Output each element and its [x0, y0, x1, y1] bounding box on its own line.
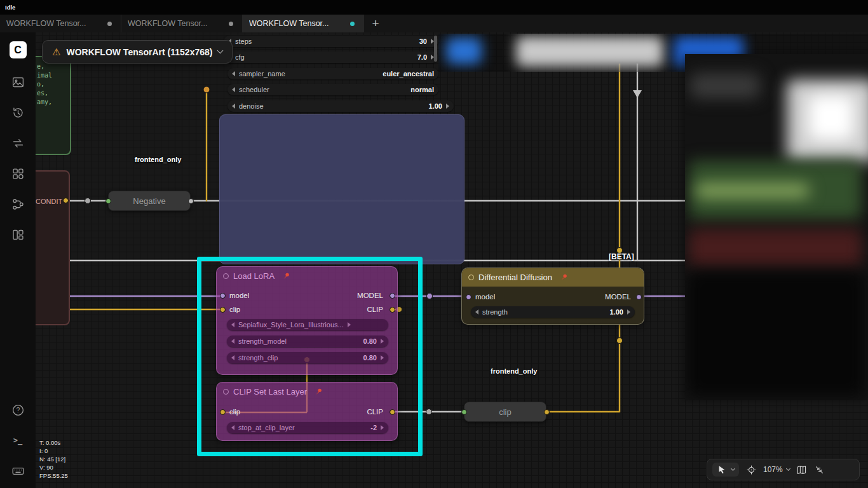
widget-value: 30 [419, 37, 427, 45]
tab-workflow-3-active[interactable]: WORKFLOW Tensor... [243, 15, 364, 32]
ksampler-node-body[interactable] [219, 114, 465, 264]
selection-highlight-box [197, 257, 423, 456]
layout-icon[interactable] [11, 227, 25, 241]
unsaved-dot-icon[interactable] [350, 22, 355, 26]
output-label-conditioning: CONDITIONING [36, 198, 62, 205]
decrement-icon[interactable] [232, 104, 235, 109]
prev-option-icon[interactable] [232, 87, 235, 92]
chevron-down-icon[interactable] [731, 466, 735, 470]
prompt-line: o, [37, 80, 70, 89]
status-text: Idle [5, 4, 15, 11]
tab-workflow-2[interactable]: WORKFLOW Tensor... [121, 15, 243, 32]
blurred-red-shape [689, 229, 862, 267]
widget-name: denoise [239, 102, 264, 110]
tab-label: WORKFLOW Tensor... [6, 19, 102, 28]
ksampler-widget-scheduler[interactable]: scheduler normal [227, 84, 438, 95]
sync-icon[interactable] [11, 136, 25, 150]
node-title-row[interactable]: Differential Diffusion [462, 268, 644, 287]
node-clip-reroute[interactable]: clip [464, 402, 546, 422]
port-conditioning-output[interactable] [63, 198, 69, 203]
input-label-model: model [475, 293, 495, 301]
app-sidebar: C ? >_ [0, 32, 36, 488]
app-logo[interactable]: C [10, 41, 27, 58]
stat-line: I: 0 [39, 447, 68, 455]
workflow-icon[interactable] [11, 197, 25, 211]
workflow-title-dropdown[interactable]: ⚠ WORKFLOW TensorArt (1152x768) [42, 40, 233, 64]
unsaved-dot-icon[interactable] [229, 22, 233, 26]
pointer-tool-group[interactable] [712, 463, 739, 477]
widget-value: 1.00 [610, 308, 623, 316]
widget-value: euler_ancestral [383, 70, 434, 78]
blurred-green-text [695, 184, 810, 197]
minimap-icon[interactable] [796, 464, 808, 475]
ksampler-widget-sampler-name[interactable]: sampler_name euler_ancestral [227, 68, 438, 79]
decrement-icon[interactable] [475, 309, 478, 315]
history-icon[interactable] [11, 105, 25, 119]
chevron-down-icon[interactable] [217, 48, 224, 54]
node-scrollbar-thumb[interactable] [434, 36, 437, 62]
collapse-dot-icon[interactable] [468, 274, 474, 280]
chevron-down-icon[interactable] [786, 466, 790, 470]
workflow-title: WORKFLOW TensorArt (1152x768) [66, 47, 212, 57]
port-output[interactable] [544, 409, 550, 415]
blurred-dark-shape [688, 271, 864, 396]
stat-line: V: 90 [39, 463, 68, 471]
zoom-level-dropdown[interactable]: 107% [763, 465, 790, 474]
help-icon[interactable]: ? [11, 403, 25, 417]
widget-strength[interactable]: strength 1.00 [471, 306, 635, 318]
blurred-blue-button [446, 37, 482, 64]
blurred-side-panel [685, 54, 868, 400]
output-label-model: MODEL [605, 293, 631, 301]
viewport-toolbar: 107% [707, 459, 860, 480]
ksampler-widget-denoise[interactable]: denoise 1.00 [227, 100, 454, 112]
tensorart-workflow-editor: e, imal o, es, amy, CONDITIONING steps 3… [0, 0, 868, 488]
extensions-icon[interactable] [11, 166, 25, 180]
stat-line: N: 45 [12] [39, 455, 68, 463]
node-title: Differential Diffusion [478, 273, 552, 282]
widget-name: scheduler [239, 86, 269, 93]
gallery-icon[interactable] [11, 75, 25, 89]
port-input[interactable] [105, 198, 111, 204]
workflow-tab-bar: WORKFLOW Tensor... WORKFLOW Tensor... WO… [0, 15, 868, 32]
widget-value: 7.0 [417, 53, 427, 61]
ksampler-widget-steps[interactable]: steps 30 [224, 36, 438, 47]
increment-icon[interactable] [446, 104, 449, 109]
prompt-line: imal [37, 71, 70, 80]
performance-stats: T: 0.00s I: 0 N: 45 [12] V: 90 FPS:55.25 [39, 438, 68, 480]
stat-line: FPS:55.25 [39, 471, 68, 480]
widget-name: steps [235, 37, 252, 45]
fit-view-icon[interactable] [745, 464, 757, 475]
stat-line: T: 0.00s [39, 438, 68, 447]
pin-icon [560, 273, 568, 281]
frontend-only-label: frontend_only [135, 156, 181, 163]
new-tab-button[interactable]: + [364, 15, 387, 32]
svg-text:?: ? [16, 406, 20, 414]
beta-tag: [BETA] [609, 252, 634, 261]
blurred-bright-shape [809, 95, 853, 140]
tab-label: WORKFLOW Tensor... [249, 19, 345, 28]
port-model-input[interactable] [466, 294, 471, 300]
frontend-only-label: frontend_only [491, 367, 537, 375]
prompt-line: es, [37, 89, 70, 98]
port-output[interactable] [188, 198, 194, 204]
unsaved-dot-icon[interactable] [107, 22, 112, 26]
pointer-cursor-icon[interactable] [717, 464, 727, 475]
zoom-value: 107% [763, 465, 783, 474]
port-input[interactable] [461, 409, 467, 415]
keyboard-icon[interactable] [11, 464, 25, 478]
prompt-line: amy, [37, 98, 70, 107]
hide-links-icon[interactable] [814, 464, 825, 475]
port-model-output[interactable] [636, 294, 642, 300]
node-negative-reroute[interactable]: Negative [108, 191, 191, 211]
tab-workflow-1[interactable]: WORKFLOW Tensor... [0, 15, 121, 32]
ksampler-widget-cfg[interactable]: cfg 7.0 [224, 51, 438, 63]
terminal-icon[interactable]: >_ [11, 433, 25, 447]
blurred-light-panel [516, 36, 663, 67]
node-differential-diffusion[interactable]: Differential Diffusion model MODEL stren… [461, 268, 644, 325]
tab-label: WORKFLOW Tensor... [128, 19, 224, 28]
prev-option-icon[interactable] [232, 71, 235, 76]
increment-icon[interactable] [627, 309, 630, 315]
node-label: Negative [133, 196, 165, 206]
node-label: clip [499, 407, 512, 417]
blurred-shape [690, 73, 760, 98]
